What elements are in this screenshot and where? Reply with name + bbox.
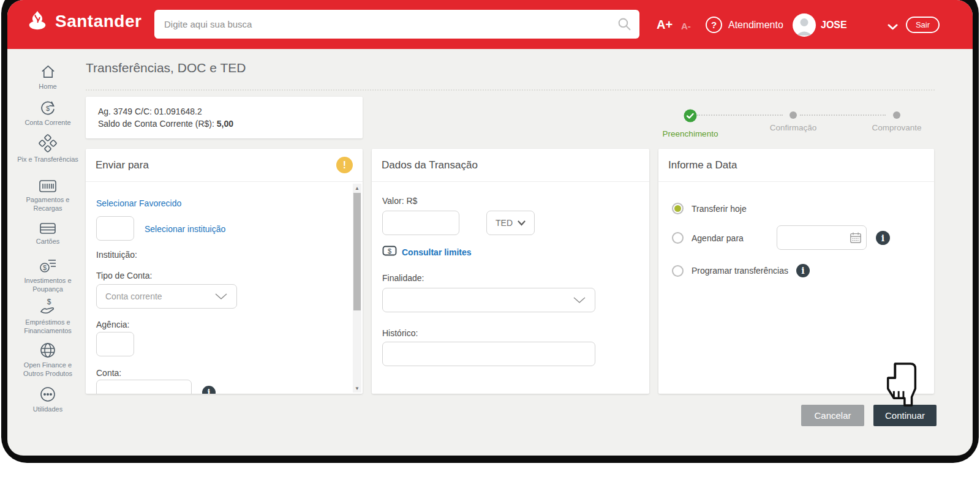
card-title: Dados da Transação: [382, 159, 478, 171]
sidebar-item-utilidades[interactable]: Utilidades: [7, 386, 88, 414]
radio-agendar-para[interactable]: Agendar para: [672, 232, 744, 244]
sidebar-item-label: Utilidades: [33, 405, 62, 414]
step-pending-dot: [893, 111, 900, 119]
instituicao-code-input[interactable]: [96, 216, 134, 241]
sidebar-item-emprestimos-financiamentos[interactable]: $ Empréstimos e Financiamentos: [7, 299, 88, 336]
search-icon: [617, 17, 632, 34]
sidebar-item-home[interactable]: Home: [7, 64, 88, 91]
valor-input[interactable]: [382, 211, 459, 235]
page-title: Transferências, DOC e TED: [86, 61, 246, 75]
sidebar-item-pix-transferencias[interactable]: Pix e Transferências: [7, 133, 88, 164]
sidebar-item-label: Open Finance e Outros Produtos: [15, 361, 80, 378]
radio-label: Transferir hoje: [692, 204, 747, 214]
app-window: Santander A+ A- ? Atendimento JOSE Sair: [7, 0, 973, 456]
calendar-icon[interactable]: [850, 231, 862, 246]
brand-logo[interactable]: Santander: [26, 10, 141, 33]
sidebar-item-investimentos-poupanca[interactable]: $ Investimentos e Poupança: [7, 257, 88, 294]
home-icon: [40, 64, 56, 80]
informe-data-card: Informe a Data Transferir hoje Agendar p…: [658, 149, 934, 394]
help-menu[interactable]: ? Atendimento: [706, 17, 783, 33]
schedule-info-icon[interactable]: i: [876, 231, 890, 245]
chevron-down-icon: [518, 220, 526, 226]
transfer-type-value: TED: [496, 218, 513, 228]
more-options-icon: [39, 386, 56, 403]
finalidade-select[interactable]: [382, 288, 595, 312]
sidebar-item-open-finance[interactable]: Open Finance e Outros Produtos: [7, 342, 88, 378]
radio-programar-transferencias[interactable]: Programar transferências i: [672, 264, 810, 277]
svg-text:$: $: [47, 299, 51, 306]
font-increase-button[interactable]: A+: [657, 18, 673, 32]
chevron-down-icon: [214, 293, 228, 300]
finalidade-label: Finalidade:: [382, 273, 424, 283]
logout-button[interactable]: Sair: [906, 17, 940, 33]
selecionar-favorecido-link[interactable]: Selecionar Favorecido: [96, 198, 181, 208]
barcode-icon: [39, 179, 57, 193]
card-title: Informe a Data: [668, 159, 737, 171]
svg-text:$: $: [46, 105, 50, 112]
loan-hand-icon: $: [39, 299, 57, 316]
tipo-conta-value: Conta corrente: [105, 291, 162, 301]
account-summary-card: Ag. 3749 C/C: 01.091648.2 Saldo de Conta…: [86, 97, 363, 138]
sidebar-item-conta-corrente[interactable]: $ Conta Corrente: [7, 99, 88, 127]
tipo-conta-label: Tipo de Conta:: [96, 271, 152, 280]
step-comprovante: Comprovante: [854, 109, 940, 132]
tipo-conta-select[interactable]: Conta corrente: [96, 284, 237, 309]
cards-icon: [39, 222, 57, 235]
balance-value: 5,00: [217, 119, 233, 129]
card-title: Enviar para: [96, 159, 149, 171]
step-preenchimento: Preenchimento: [647, 109, 733, 138]
step-pending-dot: [790, 111, 797, 119]
chevron-down-icon[interactable]: [888, 22, 898, 33]
scroll-up-arrow[interactable]: ▲: [353, 184, 361, 192]
font-decrease-button[interactable]: A-: [681, 21, 691, 31]
sidebar-item-label: Empréstimos e Financiamentos: [15, 318, 80, 336]
user-name: JOSE: [821, 20, 847, 31]
radio-unselected-icon: [672, 232, 684, 244]
step-label: Comprovante: [872, 123, 921, 132]
account-number: Ag. 3749 C/C: 01.091648.2: [98, 105, 350, 118]
sidebar-item-pagamentos-recargas[interactable]: Pagamentos e Recargas: [7, 179, 88, 213]
step-label: Preenchimento: [663, 129, 718, 138]
recurring-info-icon[interactable]: i: [796, 264, 810, 277]
conta-label: Conta:: [96, 368, 121, 378]
title-divider: [86, 89, 935, 91]
sidebar-item-cartoes[interactable]: Cartões: [7, 222, 88, 246]
enviar-para-card: Enviar para ! Selecionar Favorecido Sele…: [86, 149, 363, 394]
warning-icon: !: [336, 157, 353, 173]
step-complete-icon: [684, 109, 697, 125]
transfer-type-select[interactable]: TED: [486, 211, 535, 235]
informe-data-body: Transferir hoje Agendar para i Programar…: [658, 182, 934, 394]
question-icon: ?: [706, 17, 722, 33]
radio-unselected-icon: [672, 265, 684, 277]
help-label: Atendimento: [728, 20, 783, 31]
instituicao-label: Instituição:: [96, 250, 137, 260]
selecionar-instituicao-link[interactable]: Selecionar instituição: [145, 224, 225, 234]
scroll-down-arrow[interactable]: ▼: [353, 384, 361, 392]
radio-transferir-hoje[interactable]: Transferir hoje: [672, 203, 747, 214]
globe-icon: [39, 342, 56, 359]
investments-icon: $: [39, 257, 57, 274]
radio-label: Programar transferências: [692, 266, 788, 276]
top-navbar: Santander A+ A- ? Atendimento JOSE Sair: [7, 0, 973, 49]
sidebar-nav: Home $ Conta Corrente Pix e Transferênci…: [7, 49, 88, 456]
step-label: Confirmação: [770, 123, 817, 132]
sidebar-item-label: Cartões: [36, 238, 60, 246]
limits-money-icon: $: [382, 246, 397, 258]
continue-button[interactable]: Continuar: [873, 405, 937, 426]
account-cycle-icon: $: [39, 99, 56, 116]
sidebar-item-label: Pix e Transferências: [17, 156, 78, 164]
balance-label: Saldo de Conta Corrente (R$):: [98, 119, 217, 129]
conta-input[interactable]: [96, 380, 192, 394]
search-input[interactable]: [154, 10, 639, 39]
consultar-limites-link[interactable]: $ Consultar limites: [382, 246, 472, 258]
historico-input[interactable]: [382, 342, 595, 366]
avatar[interactable]: [793, 13, 816, 37]
progress-steps: Preenchimento Confirmação Comprovante: [642, 109, 936, 140]
agencia-input[interactable]: [96, 332, 134, 356]
sidebar-item-label: Investimentos e Poupança: [15, 277, 80, 294]
conta-info-icon[interactable]: i: [202, 386, 216, 394]
cancel-button[interactable]: Cancelar: [801, 405, 864, 426]
valor-label: Valor: R$: [382, 196, 417, 206]
radio-label: Agendar para: [692, 233, 744, 243]
scrollbar-thumb[interactable]: [353, 193, 361, 310]
